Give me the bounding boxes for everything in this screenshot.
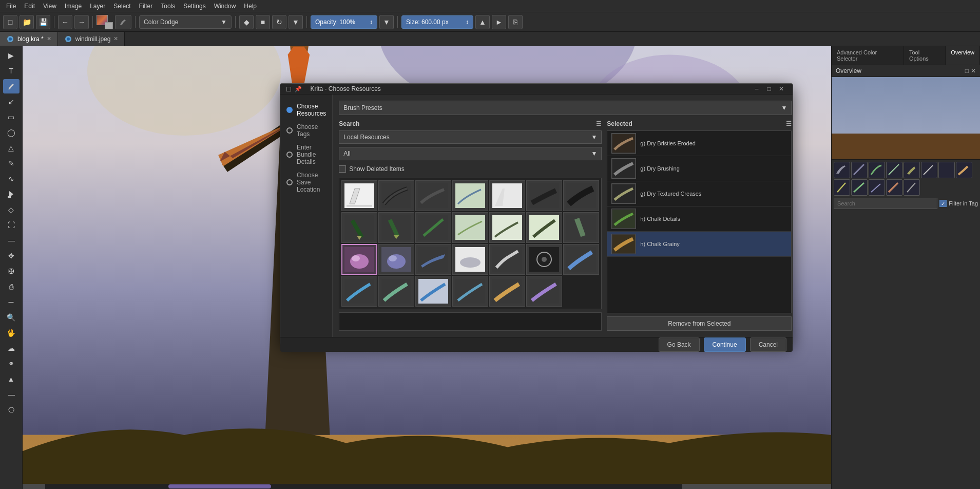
- modal-title-pin-icon[interactable]: 📌: [295, 86, 302, 92]
- move-tool-btn[interactable]: ✠: [3, 264, 20, 278]
- brush-cell-8[interactable]: [341, 212, 377, 243]
- tab-blog-kra[interactable]: blog.kra * ✕: [0, 32, 58, 46]
- menu-settings[interactable]: Settings: [179, 2, 209, 11]
- all-filter-dropdown[interactable]: All ▼: [339, 147, 602, 160]
- panel-tab-tool-options[interactable]: Tool Options: [904, 46, 946, 65]
- open-document-btn[interactable]: 📁: [20, 15, 34, 29]
- eyedropper-tool-btn[interactable]: ⛶: [3, 218, 20, 232]
- brush-cell-13[interactable]: [526, 212, 562, 243]
- flip-btn[interactable]: ►: [492, 15, 506, 29]
- brush-thumb-11[interactable]: [869, 179, 885, 196]
- search-input-bottom[interactable]: [834, 198, 937, 209]
- canvas-scrollbar-h[interactable]: [45, 484, 682, 489]
- color-swatch[interactable]: [97, 15, 113, 29]
- brush-cell-25[interactable]: [452, 276, 488, 307]
- brush-cell-23[interactable]: [378, 276, 414, 307]
- panel-close-btn[interactable]: ✕: [971, 67, 976, 74]
- size-control[interactable]: Size: 600.00 px ↕: [401, 15, 473, 29]
- brush-cell-27[interactable]: [526, 276, 562, 307]
- modal-minimize-btn[interactable]: –: [752, 84, 762, 94]
- selection-ellipse-btn[interactable]: ⚭: [3, 356, 20, 371]
- select-tool-btn[interactable]: ▶: [3, 48, 20, 63]
- tab-close-blog-kra[interactable]: ✕: [47, 35, 51, 42]
- gradient-tool-btn[interactable]: ◇: [3, 202, 20, 217]
- selection-contiguous-btn[interactable]: ⎔: [3, 403, 20, 417]
- brush-thumb-7[interactable]: [938, 162, 955, 178]
- selected-item-5[interactable]: h) Chalk Grainy: [607, 232, 791, 257]
- selected-menu-icon[interactable]: ☰: [786, 120, 792, 127]
- rect-tool-btn[interactable]: ▭: [3, 110, 20, 124]
- brush-thumb-13[interactable]: [904, 179, 920, 196]
- blend-mode-dropdown[interactable]: Color Dodge ▼: [139, 15, 232, 29]
- menu-layer[interactable]: Layer: [86, 2, 109, 11]
- continue-btn[interactable]: Continue: [704, 337, 746, 352]
- wizard-step-bundle-details[interactable]: Enter Bundle Details: [286, 144, 326, 165]
- menu-file[interactable]: File: [2, 2, 20, 11]
- crop-tool-btn[interactable]: ⎙: [3, 279, 20, 294]
- menu-filter[interactable]: Filter: [135, 2, 157, 11]
- opacity-expand-btn[interactable]: ▼: [379, 15, 394, 29]
- wizard-step-choose-resources[interactable]: Choose Resources: [286, 103, 326, 117]
- brush-thumb-8[interactable]: [956, 162, 972, 178]
- menu-select[interactable]: Select: [109, 2, 134, 11]
- expand-btn[interactable]: ▼: [289, 15, 303, 29]
- brush-thumb-2[interactable]: [851, 162, 868, 178]
- background-color[interactable]: [105, 22, 113, 29]
- crop-btn[interactable]: ⎘: [508, 15, 523, 29]
- brush-thumb-3[interactable]: [869, 162, 885, 178]
- scrollbar-thumb-h[interactable]: [168, 484, 271, 488]
- menu-edit[interactable]: Edit: [20, 2, 39, 11]
- brush-cell-24[interactable]: [415, 276, 451, 307]
- save-document-btn[interactable]: 💾: [36, 15, 50, 29]
- brush-cell-10[interactable]: [415, 212, 451, 243]
- go-back-btn[interactable]: Go Back: [659, 337, 700, 352]
- brush-cell-9[interactable]: [378, 212, 414, 243]
- wizard-step-choose-tags[interactable]: Choose Tags: [286, 123, 326, 138]
- brush-cell-12[interactable]: [489, 212, 525, 243]
- menu-window[interactable]: Window: [210, 2, 240, 11]
- measure-tool-btn[interactable]: ─: [3, 295, 20, 309]
- brush-cell-18[interactable]: [452, 244, 488, 275]
- selection-rect-btn[interactable]: ☁: [3, 341, 20, 355]
- brush-thumb-10[interactable]: [851, 179, 868, 196]
- brush-preset-btn[interactable]: [115, 15, 131, 29]
- ellipse-tool-btn[interactable]: ◯: [3, 125, 20, 140]
- undo-btn[interactable]: ←: [58, 15, 72, 29]
- pan-tool-btn[interactable]: 🖐: [3, 326, 20, 340]
- cancel-btn[interactable]: Cancel: [750, 337, 786, 352]
- brush-cell-16[interactable]: [378, 244, 414, 275]
- brush-cell-17[interactable]: [415, 244, 451, 275]
- tab-windmill-jpeg[interactable]: windmill.jpeg ✕: [58, 32, 125, 46]
- fill-tool-btn[interactable]: [3, 187, 20, 201]
- freehand-tool-btn[interactable]: ✎: [3, 156, 20, 171]
- brush-cell-11[interactable]: [452, 212, 488, 243]
- choose-resources-dialog[interactable]: □ 📌 Krita - Choose Resources – □ ✕ Choos…: [280, 83, 793, 345]
- brush-cell-22[interactable]: [341, 276, 377, 307]
- selected-item-2[interactable]: g) Dry Brushing: [607, 156, 791, 181]
- line-tool-btn[interactable]: ↙: [3, 95, 20, 109]
- smudge-tool-btn[interactable]: ⸻: [3, 233, 20, 248]
- brush-cell-20[interactable]: [526, 244, 562, 275]
- tab-close-windmill[interactable]: ✕: [113, 35, 118, 42]
- panel-restore-btn[interactable]: □: [965, 67, 969, 74]
- brush-thumb-9[interactable]: [834, 179, 850, 196]
- brush-thumb-6[interactable]: [921, 162, 937, 178]
- brush-thumb-4[interactable]: [886, 162, 902, 178]
- panel-tab-overview[interactable]: Overview: [946, 46, 980, 65]
- brush-cell-19[interactable]: [489, 244, 525, 275]
- panel-tab-color-selector[interactable]: Advanced Color Selector: [832, 46, 904, 65]
- redo-btn[interactable]: →: [74, 15, 89, 29]
- show-deleted-checkbox[interactable]: [339, 165, 346, 173]
- alpha-btn[interactable]: ■: [256, 15, 270, 29]
- transform-tool-btn[interactable]: ✥: [3, 249, 20, 263]
- resource-type-dropdown[interactable]: Brush Presets ▼: [339, 101, 792, 115]
- selection-polygon-btn[interactable]: ▲: [3, 372, 20, 386]
- brush-cell-5[interactable]: [489, 180, 525, 211]
- selection-freehand-btn[interactable]: ⸻: [3, 387, 20, 402]
- polygon-tool-btn[interactable]: △: [3, 141, 20, 155]
- new-document-btn[interactable]: □: [3, 15, 17, 29]
- text-tool-btn[interactable]: T: [3, 64, 20, 78]
- wizard-step-save-location[interactable]: Choose Save Location: [286, 172, 326, 193]
- brush-cell-21[interactable]: [563, 244, 599, 275]
- selected-item-3[interactable]: g) Dry Textured Creases: [607, 181, 791, 206]
